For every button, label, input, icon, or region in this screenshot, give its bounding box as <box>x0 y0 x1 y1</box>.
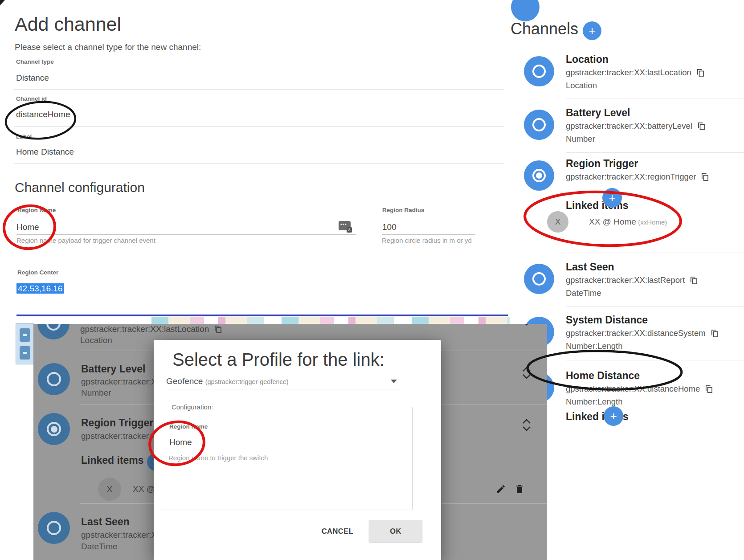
configuration-fieldset: Configuration: Region Name Home Region n… <box>161 403 413 510</box>
region-name-input[interactable]: Home <box>16 222 39 232</box>
channel-circle-icon <box>524 110 554 140</box>
divider <box>14 163 504 164</box>
channel-item-type: Number:Length <box>566 396 713 408</box>
keypad-icon[interactable]: ••• 3 <box>339 221 351 230</box>
channel-uid: gpstracker:tracker:XX:lastLocation <box>566 66 691 79</box>
dimmed-channel-radio-icon <box>38 413 70 445</box>
copy-icon[interactable] <box>690 276 698 285</box>
cancel-button[interactable]: CANCEL <box>312 520 363 542</box>
channel-uid: gpstracker:tracker:XX:distanceSystem <box>566 327 706 340</box>
dropdown-caret-icon[interactable] <box>391 380 397 383</box>
channel-item-home-distance[interactable]: Home Distance gpstracker:tracker:XX:dist… <box>524 369 744 408</box>
add-channel-button[interactable]: + <box>583 21 601 40</box>
channel-radio-icon <box>524 160 554 191</box>
ok-button[interactable]: OK <box>369 520 422 542</box>
divider <box>566 152 744 153</box>
dialog-region-name-input[interactable]: Home <box>169 437 192 447</box>
dialog-title: Select a Profile for the link: <box>172 350 384 370</box>
dimmed-channel-type: DateTime <box>81 542 118 552</box>
dimmed-linked-avatar: X <box>98 478 121 501</box>
channel-circle-icon <box>524 264 554 294</box>
channel-item-last-seen[interactable]: Last Seen gpstracker:tracker:XX:lastRepo… <box>524 260 744 299</box>
linked-item-name: XX @ Home <box>589 217 636 226</box>
profile-name: Geofence <box>166 376 203 386</box>
channel-uid: gpstracker:tracker:XX:distanceHome <box>566 382 700 396</box>
linked-item-avatar: X <box>547 211 568 233</box>
divider <box>566 253 744 253</box>
dimmed-channel-circle-icon <box>37 324 69 339</box>
add-link-button[interactable]: + <box>604 406 623 426</box>
region-name-label: Region Name <box>17 207 56 213</box>
dialog-region-name-hint: Region name to trigger the switch <box>168 454 268 462</box>
divider <box>566 306 744 307</box>
corner-artifact <box>0 0 6 6</box>
channel-item-region-trigger[interactable]: Region Trigger gpstracker:tracker:XX:reg… <box>524 157 744 191</box>
profile-select[interactable]: Geofence (gpstracker:trigger-geofence) <box>166 376 289 386</box>
channel-uid: gpstracker:tracker:XX:regionTrigger <box>566 170 696 184</box>
channel-type-select[interactable]: Distance <box>16 73 49 83</box>
channel-type-label: Channel type <box>16 58 54 65</box>
keypad-dots-glyph: ••• <box>340 221 347 227</box>
page-canvas: Add channel Please select a channel type… <box>0 0 744 560</box>
channel-item-type: Location <box>566 79 704 92</box>
copy-icon[interactable] <box>701 173 709 181</box>
region-radius-label: Region Radius <box>382 207 425 213</box>
dialog-region-name-label: Region Name <box>169 423 208 430</box>
channel-item-type: Number:Length <box>566 340 719 352</box>
copy-icon[interactable] <box>711 329 719 338</box>
selected-text: 42.53,16.16 <box>16 283 64 294</box>
dimmed-channel-type: Number <box>81 388 111 398</box>
select-underline <box>166 389 400 389</box>
dimmed-channel-title: Region Trigger <box>81 417 153 429</box>
dimmed-linked-items-header: Linked items <box>81 454 144 466</box>
annotation-black-channel-id <box>4 100 76 141</box>
copy-icon[interactable] <box>705 385 713 393</box>
divider <box>566 360 744 360</box>
region-radius-underline <box>382 234 475 235</box>
label-input[interactable]: Home Distance <box>16 147 74 157</box>
channel-title: Home Distance <box>566 369 713 382</box>
dimmed-channel-type: Location <box>80 335 112 345</box>
label-field-label: Label <box>16 133 32 140</box>
section-title: Channel configuration <box>15 180 145 195</box>
profile-dialog: Select a Profile for the link: Geofence … <box>154 340 441 560</box>
channel-item-location[interactable]: Location gpstracker:tracker:XX:lastLocat… <box>524 53 744 92</box>
channel-item-system-distance[interactable]: System Distance gpstracker:tracker:XX:di… <box>524 313 744 352</box>
copy-icon[interactable] <box>698 122 705 131</box>
keypad-badge: 3 <box>347 227 352 233</box>
linked-item-row[interactable]: XX @ Home (xxHome) <box>589 217 667 227</box>
delete-trash-icon <box>514 484 525 495</box>
channel-title: Battery Level <box>566 106 705 119</box>
dimmed-channel-circle-icon <box>38 363 70 395</box>
channel-circle-icon <box>524 56 554 86</box>
linked-item-suffix: (xxHome) <box>638 218 667 226</box>
add-link-button[interactable]: + <box>602 188 622 208</box>
region-name-hint: Region name payload for trigger channel … <box>16 237 155 244</box>
channel-item-battery[interactable]: Battery Level gpstracker:tracker:XX:batt… <box>524 106 744 145</box>
divider <box>14 89 504 90</box>
region-center-focus-underline <box>16 315 508 316</box>
region-radius-input[interactable]: 100 <box>382 222 397 232</box>
dimmed-channel-uid-row: gpstracker:tracker:XX:lastLocation <box>80 324 222 334</box>
map-zoom-out-button[interactable] <box>20 346 30 360</box>
channel-uid: gpstracker:tracker:XX:batteryLevel <box>566 119 692 133</box>
channel-id-input[interactable]: distanceHome <box>16 110 70 119</box>
copy-icon[interactable] <box>697 69 704 77</box>
map-zoom-control[interactable] <box>16 323 34 364</box>
map-zoom-in-button[interactable] <box>20 328 30 342</box>
dimmed-channel-title: Battery Level <box>81 363 145 375</box>
sidebar-cut-fab[interactable] <box>511 0 540 21</box>
channel-uid: gpstracker:tracker:XX:lastReport <box>566 274 685 287</box>
region-center-input[interactable]: 42.53,16.16 <box>16 284 64 294</box>
divider <box>566 98 744 98</box>
page-title: Add channel <box>15 13 121 35</box>
plus-glyph: + <box>589 24 595 38</box>
unfold-more-icon <box>522 419 531 431</box>
channel-item-type: Number <box>566 133 705 145</box>
copy-icon <box>214 325 222 334</box>
form-subtitle: Please select a channel type for the new… <box>15 42 201 52</box>
region-center-label: Region Center <box>17 269 58 276</box>
sidebar-title: Channels <box>511 20 578 38</box>
channel-title: System Distance <box>566 313 719 327</box>
dimmed-channel-title: Last Seen <box>81 516 130 528</box>
